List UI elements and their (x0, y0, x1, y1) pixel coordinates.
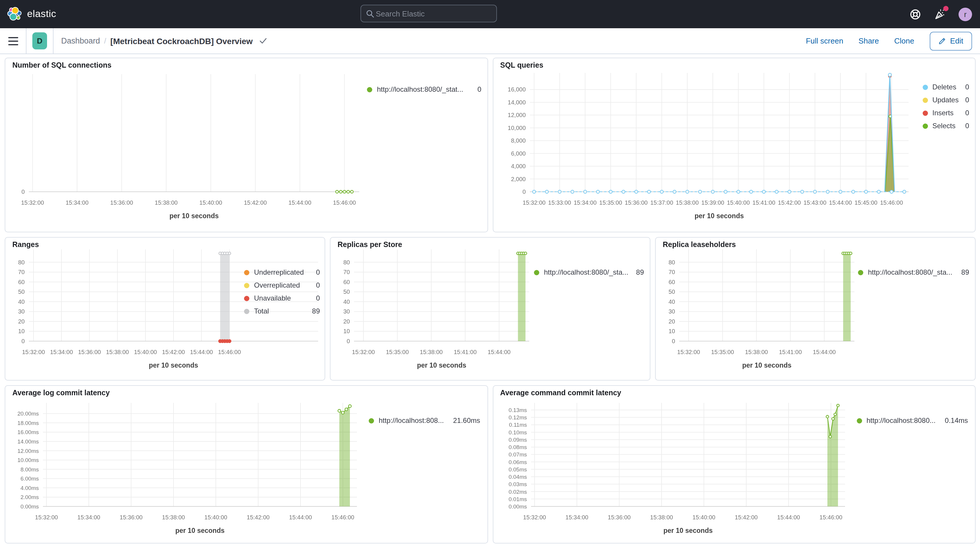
svg-text:15:32:00: 15:32:00 (21, 199, 44, 206)
legend-item[interactable]: http://localhost:808...21.60ms (369, 414, 480, 427)
legend-item[interactable]: Selects0 (923, 119, 969, 132)
legend-item[interactable]: Overreplicated0 (244, 279, 320, 292)
legend-label: Updates (932, 96, 959, 104)
chart-legend: http://localhost:808...21.60ms (369, 414, 480, 427)
svg-text:per 10 seconds: per 10 seconds (663, 527, 712, 535)
legend-dot (534, 270, 539, 275)
legend-item[interactable]: Inserts0 (923, 107, 969, 119)
svg-text:0.02ms: 0.02ms (508, 489, 527, 495)
legend-value: 0 (965, 96, 969, 104)
svg-text:15:37:00: 15:37:00 (650, 199, 673, 206)
svg-text:8,000: 8,000 (511, 137, 525, 144)
svg-text:15:36:00: 15:36:00 (625, 199, 648, 206)
legend-item[interactable]: Updates0 (923, 94, 969, 107)
legend-item[interactable]: http://localhost:8080/_stat...0 (367, 83, 481, 96)
svg-text:40: 40 (669, 299, 675, 305)
svg-text:15:44:00: 15:44:00 (813, 349, 836, 355)
legend-item[interactable]: Underreplicated0 (244, 266, 320, 279)
svg-text:30: 30 (18, 308, 25, 315)
svg-text:15:42:00: 15:42:00 (735, 514, 757, 520)
legend-dot (244, 296, 249, 301)
svg-text:70: 70 (18, 269, 25, 275)
edit-button-label: Edit (950, 37, 963, 45)
breadcrumb-dashboard-link[interactable]: Dashboard (61, 37, 100, 45)
legend-label: Unavailable (254, 294, 291, 302)
legend-value: 0 (316, 294, 320, 302)
news-party-icon[interactable] (934, 8, 946, 20)
svg-text:0.09ms: 0.09ms (508, 437, 527, 443)
replicas-per-store-chart: 0102030405060708015:32:0015:35:0015:38:0… (334, 243, 534, 374)
legend-dot (858, 270, 863, 275)
legend-label: Deletes (932, 83, 956, 91)
svg-text:0.04ms: 0.04ms (508, 474, 527, 480)
search-icon (366, 9, 375, 18)
svg-text:15:40:00: 15:40:00 (204, 514, 227, 520)
svg-text:40: 40 (18, 299, 25, 305)
help-icon[interactable] (909, 8, 921, 20)
svg-text:50: 50 (669, 288, 675, 295)
full-screen-button[interactable]: Full screen (806, 37, 843, 45)
svg-text:20.00ms: 20.00ms (18, 410, 39, 417)
user-avatar[interactable]: r (959, 7, 972, 21)
menu-icon[interactable] (0, 28, 26, 54)
svg-text:15:42:00: 15:42:00 (162, 349, 185, 355)
svg-text:0.13ms: 0.13ms (508, 407, 527, 413)
legend-item[interactable]: http://localhost:8080/_sta...89 (858, 266, 969, 279)
svg-text:16.00ms: 16.00ms (18, 429, 39, 435)
legend-item[interactable]: Total89 (244, 305, 320, 318)
legend-dot (244, 309, 249, 314)
svg-text:2,000: 2,000 (511, 176, 525, 182)
logo-text: elastic (27, 8, 56, 20)
legend-value: 89 (961, 268, 969, 277)
svg-text:16,000: 16,000 (508, 86, 525, 93)
svg-text:15:32:00: 15:32:00 (523, 514, 546, 520)
legend-item[interactable]: http://localhost:8080/_sta...89 (534, 266, 644, 279)
legend-item[interactable]: Unavailable0 (244, 292, 320, 305)
svg-text:0: 0 (672, 338, 675, 344)
svg-text:0.08ms: 0.08ms (508, 444, 527, 450)
title-caret-icon[interactable] (259, 38, 267, 44)
pencil-icon (938, 37, 946, 45)
share-button[interactable]: Share (859, 37, 879, 45)
svg-text:15:35:00: 15:35:00 (711, 349, 734, 355)
svg-text:2.00ms: 2.00ms (21, 494, 39, 500)
svg-text:50: 50 (18, 288, 25, 295)
notification-badge (943, 6, 948, 11)
svg-text:15:44:00: 15:44:00 (829, 199, 852, 206)
svg-text:15:38:00: 15:38:00 (155, 199, 178, 206)
legend-item[interactable]: Deletes0 (923, 81, 969, 94)
legend-value: 89 (312, 307, 320, 315)
global-search[interactable] (361, 5, 497, 22)
svg-text:0: 0 (21, 189, 25, 195)
svg-text:20: 20 (18, 318, 25, 325)
edit-button[interactable]: Edit (929, 32, 972, 50)
legend-dot (856, 418, 862, 423)
svg-text:15:44:00: 15:44:00 (777, 514, 800, 520)
panel-number-of-sql-connections: Number of SQL connections 015:32:0015:34… (5, 58, 488, 232)
svg-text:15:36:00: 15:36:00 (120, 514, 143, 520)
divider (26, 28, 27, 54)
svg-text:4.00ms: 4.00ms (21, 485, 39, 491)
svg-text:0: 0 (522, 189, 525, 195)
clone-button[interactable]: Clone (894, 37, 914, 45)
legend-value: 0.14ms (945, 417, 968, 425)
chart-legend: Underreplicated0Overreplicated0Unavailab… (244, 266, 320, 318)
app: elastic (0, 0, 980, 552)
legend-item[interactable]: http://localhost:8080...0.14ms (856, 414, 968, 427)
svg-text:60: 60 (344, 279, 350, 285)
svg-text:15:34:00: 15:34:00 (50, 349, 73, 355)
svg-text:per 10 seconds: per 10 seconds (694, 212, 743, 220)
svg-text:10: 10 (18, 328, 25, 334)
legend-value: 0 (965, 83, 969, 91)
search-input[interactable] (375, 8, 492, 19)
svg-text:60: 60 (18, 279, 25, 285)
chart-legend: http://localhost:8080...0.14ms (856, 414, 968, 427)
panel-replicas-per-store: Replicas per Store 0102030405060708015:3… (330, 237, 651, 380)
svg-text:15:40:00: 15:40:00 (692, 514, 715, 520)
elastic-logo[interactable]: elastic (0, 6, 56, 22)
top-header: elastic (0, 0, 980, 28)
legend-label: http://localhost:8080/_sta... (868, 268, 952, 277)
svg-text:15:40:00: 15:40:00 (727, 199, 749, 206)
chart-legend: http://localhost:8080/_sta...89 (534, 266, 644, 279)
space-badge[interactable]: D (32, 32, 47, 49)
